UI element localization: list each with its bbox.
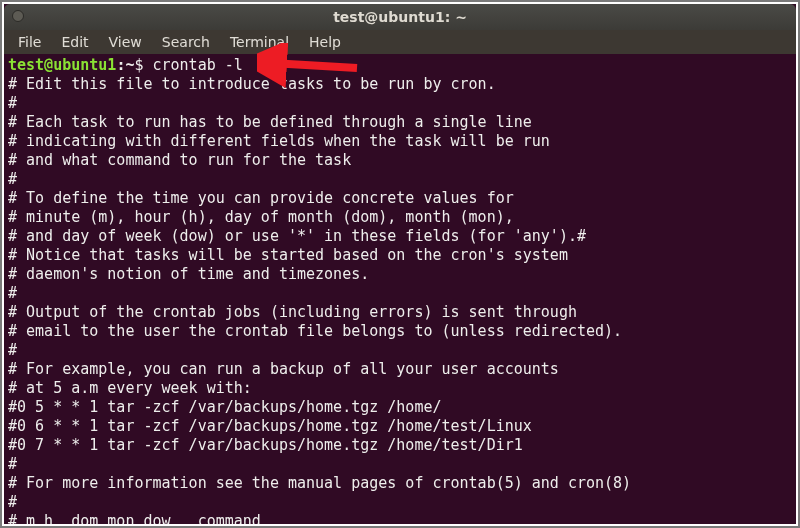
terminal-area[interactable]: test@ubuntu1:~$ crontab -l# Edit this fi… <box>4 54 796 524</box>
output-line: # email to the user the crontab file bel… <box>8 322 792 341</box>
output-line: #0 5 * * 1 tar -zcf /var/backups/home.tg… <box>8 398 792 417</box>
output-line: # To define the time you can provide con… <box>8 189 792 208</box>
close-icon[interactable] <box>12 10 24 22</box>
menu-help[interactable]: Help <box>301 32 349 52</box>
output-line: # For example, you can run a backup of a… <box>8 360 792 379</box>
output-line: # <box>8 341 792 360</box>
output-line: # and what command to run for the task <box>8 151 792 170</box>
command-text: crontab -l <box>153 56 243 74</box>
terminal-window: test@ubuntu1: ~ File Edit View Search Te… <box>4 4 796 524</box>
output-line: # <box>8 170 792 189</box>
menu-edit[interactable]: Edit <box>53 32 96 52</box>
output-line: # Notice that tasks will be started base… <box>8 246 792 265</box>
menu-view[interactable]: View <box>101 32 150 52</box>
title-bar: test@ubuntu1: ~ <box>4 4 796 30</box>
output-line: # For more information see the manual pa… <box>8 474 792 493</box>
menu-search[interactable]: Search <box>154 32 218 52</box>
menu-bar: File Edit View Search Terminal Help <box>4 30 796 54</box>
menu-file[interactable]: File <box>10 32 49 52</box>
output-line: # daemon's notion of time and timezones. <box>8 265 792 284</box>
output-line: #0 7 * * 1 tar -zcf /var/backups/home.tg… <box>8 436 792 455</box>
output-line: # indicating with different fields when … <box>8 132 792 151</box>
output-line: # minute (m), hour (h), day of month (do… <box>8 208 792 227</box>
output-line: # m h dom mon dow command <box>8 512 792 524</box>
output-line: # at 5 a.m every week with: <box>8 379 792 398</box>
output-line: # <box>8 493 792 512</box>
output-line: # Output of the crontab jobs (including … <box>8 303 792 322</box>
output-line: # Each task to run has to be defined thr… <box>8 113 792 132</box>
output-line: # <box>8 94 792 113</box>
output-line: # Edit this file to introduce tasks to b… <box>8 75 792 94</box>
menu-terminal[interactable]: Terminal <box>222 32 297 52</box>
output-line: # <box>8 284 792 303</box>
output-line: # <box>8 455 792 474</box>
prompt-command-line: test@ubuntu1:~$ crontab -l <box>8 56 792 75</box>
output-line: #0 6 * * 1 tar -zcf /var/backups/home.tg… <box>8 417 792 436</box>
output-line: # and day of week (dow) or use '*' in th… <box>8 227 792 246</box>
window-title: test@ubuntu1: ~ <box>333 9 467 25</box>
